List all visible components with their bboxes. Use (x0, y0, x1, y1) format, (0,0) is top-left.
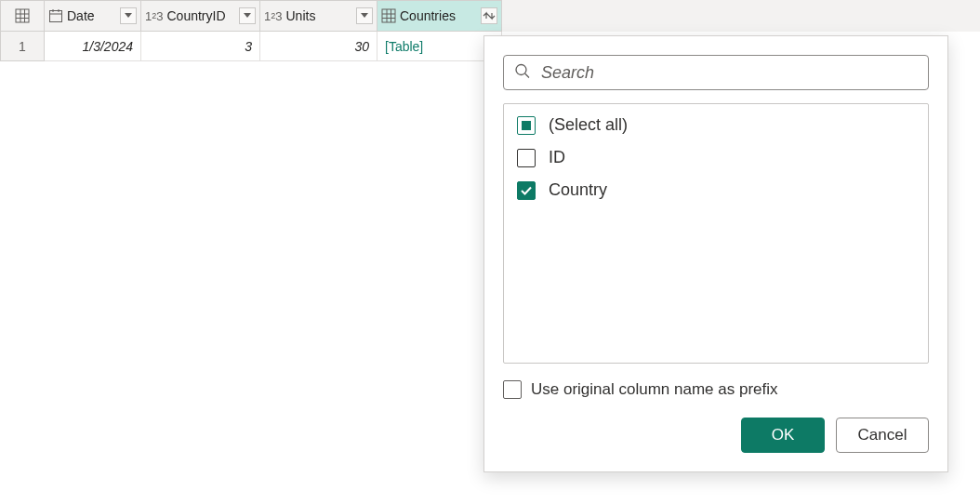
column-label: Countries (400, 8, 477, 23)
svg-point-14 (516, 65, 526, 75)
checkbox-unchecked (503, 380, 522, 399)
filter-button-countryid[interactable] (239, 7, 256, 24)
select-all-row[interactable]: (Select all) (517, 115, 915, 135)
column-label: CountryID (166, 8, 235, 23)
field-label: ID (549, 148, 565, 167)
row-index[interactable]: 1 (0, 32, 45, 61)
svg-rect-9 (382, 9, 395, 22)
cancel-button[interactable]: Cancel (836, 418, 929, 453)
use-prefix-label: Use original column name as prefix (531, 380, 778, 399)
field-label: Country (549, 180, 607, 200)
filter-button-date[interactable] (120, 7, 137, 24)
column-header-countries[interactable]: Countries (377, 0, 502, 32)
search-field (503, 55, 929, 90)
column-header-date[interactable]: Date (45, 0, 141, 32)
expand-button-countries[interactable] (481, 7, 497, 24)
column-picker-list: (Select all) ID Country (503, 103, 929, 364)
cell-units[interactable]: 30 (260, 32, 377, 61)
expand-columns-popup: (Select all) ID Country Use original col… (483, 35, 948, 472)
expand-arrows-icon (483, 11, 496, 20)
svg-rect-0 (16, 9, 29, 22)
chevron-down-icon (244, 13, 251, 19)
checkbox-unchecked (517, 149, 536, 167)
checkbox-indeterminate (517, 116, 536, 135)
column-header-row: Date 123 CountryID 123 Units Countries (0, 0, 980, 32)
column-header-units[interactable]: 123 Units (260, 0, 377, 32)
field-country-row[interactable]: Country (517, 180, 915, 200)
svg-rect-5 (50, 11, 62, 22)
svg-line-15 (525, 73, 529, 77)
number-icon: 123 (264, 9, 282, 23)
filter-button-units[interactable] (356, 7, 373, 24)
column-header-countryid[interactable]: 123 CountryID (141, 0, 260, 32)
ok-button[interactable]: OK (741, 418, 825, 453)
cell-date[interactable]: 1/3/2024 (45, 32, 141, 61)
search-icon (514, 63, 531, 83)
number-icon: 123 (145, 9, 163, 23)
chevron-down-icon (125, 13, 132, 19)
table-corner[interactable] (0, 0, 45, 32)
chevron-down-icon (361, 13, 368, 19)
use-prefix-row[interactable]: Use original column name as prefix (503, 380, 929, 399)
field-id-row[interactable]: ID (517, 148, 915, 167)
select-all-label: (Select all) (549, 115, 628, 135)
table-icon (15, 8, 30, 23)
search-input[interactable] (503, 55, 929, 90)
dialog-buttons: OK Cancel (503, 418, 929, 453)
table-icon (381, 8, 396, 23)
column-label: Units (285, 8, 352, 23)
column-label: Date (67, 8, 116, 23)
calendar-icon (48, 8, 63, 23)
checkmark-icon (520, 184, 533, 197)
cell-countryid[interactable]: 3 (141, 32, 260, 61)
checkbox-checked (517, 181, 536, 200)
